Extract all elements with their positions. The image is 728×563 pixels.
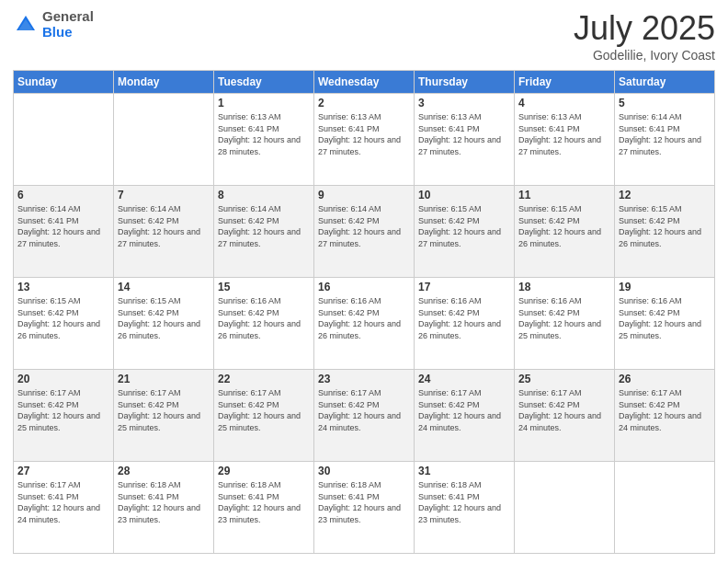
day-number: 31 [418,465,510,477]
day-number: 24 [418,373,510,385]
calendar-header-monday: Monday [114,71,214,94]
day-number: 26 [619,373,711,385]
calendar-cell: 4Sunrise: 6:13 AM Sunset: 6:41 PM Daylig… [515,94,615,186]
calendar-cell: 19Sunrise: 6:16 AM Sunset: 6:42 PM Dayli… [615,278,715,370]
calendar-cell: 23Sunrise: 6:17 AM Sunset: 6:42 PM Dayli… [314,370,415,462]
calendar-cell: 6Sunrise: 6:14 AM Sunset: 6:41 PM Daylig… [14,186,114,278]
calendar-cell: 28Sunrise: 6:18 AM Sunset: 6:41 PM Dayli… [114,462,214,554]
calendar-cell: 1Sunrise: 6:13 AM Sunset: 6:41 PM Daylig… [214,94,314,186]
calendar-cell: 25Sunrise: 6:17 AM Sunset: 6:42 PM Dayli… [515,370,615,462]
calendar-cell: 10Sunrise: 6:15 AM Sunset: 6:42 PM Dayli… [415,186,515,278]
day-number: 10 [418,189,510,201]
day-number: 11 [518,189,610,201]
calendar-cell: 24Sunrise: 6:17 AM Sunset: 6:42 PM Dayli… [415,370,515,462]
day-info: Sunrise: 6:16 AM Sunset: 6:42 PM Dayligh… [619,295,711,341]
calendar-cell: 5Sunrise: 6:14 AM Sunset: 6:41 PM Daylig… [615,94,715,186]
day-number: 20 [17,373,109,385]
day-info: Sunrise: 6:14 AM Sunset: 6:41 PM Dayligh… [17,203,109,249]
calendar-cell [615,462,715,554]
day-number: 2 [318,97,410,109]
header: General Blue July 2025 Godelilie, Ivory … [13,9,715,63]
calendar-cell: 11Sunrise: 6:15 AM Sunset: 6:42 PM Dayli… [515,186,615,278]
day-info: Sunrise: 6:15 AM Sunset: 6:42 PM Dayligh… [118,295,210,341]
day-info: Sunrise: 6:13 AM Sunset: 6:41 PM Dayligh… [418,111,510,157]
day-number: 6 [17,189,109,201]
calendar-cell: 7Sunrise: 6:14 AM Sunset: 6:42 PM Daylig… [114,186,214,278]
calendar-header-saturday: Saturday [615,71,715,94]
day-number: 18 [518,281,610,293]
calendar-cell: 30Sunrise: 6:18 AM Sunset: 6:41 PM Dayli… [314,462,415,554]
day-info: Sunrise: 6:16 AM Sunset: 6:42 PM Dayligh… [318,295,410,341]
title-area: July 2025 Godelilie, Ivory Coast [574,9,715,63]
day-number: 27 [17,465,109,477]
day-number: 15 [218,281,310,293]
day-info: Sunrise: 6:13 AM Sunset: 6:41 PM Dayligh… [318,111,410,157]
calendar-header-sunday: Sunday [14,71,114,94]
calendar-cell: 27Sunrise: 6:17 AM Sunset: 6:41 PM Dayli… [14,462,114,554]
calendar-cell: 26Sunrise: 6:17 AM Sunset: 6:42 PM Dayli… [615,370,715,462]
calendar-cell: 9Sunrise: 6:14 AM Sunset: 6:42 PM Daylig… [314,186,415,278]
day-info: Sunrise: 6:18 AM Sunset: 6:41 PM Dayligh… [318,479,410,525]
day-info: Sunrise: 6:16 AM Sunset: 6:42 PM Dayligh… [418,295,510,341]
day-info: Sunrise: 6:18 AM Sunset: 6:41 PM Dayligh… [218,479,310,525]
day-number: 21 [118,373,210,385]
calendar-week-1: 1Sunrise: 6:13 AM Sunset: 6:41 PM Daylig… [14,94,715,186]
calendar-cell: 2Sunrise: 6:13 AM Sunset: 6:41 PM Daylig… [314,94,415,186]
calendar-header-tuesday: Tuesday [214,71,314,94]
day-number: 23 [318,373,410,385]
calendar-cell: 13Sunrise: 6:15 AM Sunset: 6:42 PM Dayli… [14,278,114,370]
day-info: Sunrise: 6:14 AM Sunset: 6:42 PM Dayligh… [118,203,210,249]
day-number: 19 [619,281,711,293]
day-info: Sunrise: 6:17 AM Sunset: 6:42 PM Dayligh… [17,387,109,433]
calendar-week-2: 6Sunrise: 6:14 AM Sunset: 6:41 PM Daylig… [14,186,715,278]
calendar-cell: 3Sunrise: 6:13 AM Sunset: 6:41 PM Daylig… [415,94,515,186]
day-info: Sunrise: 6:15 AM Sunset: 6:42 PM Dayligh… [619,203,711,249]
calendar-cell: 22Sunrise: 6:17 AM Sunset: 6:42 PM Dayli… [214,370,314,462]
day-number: 28 [118,465,210,477]
day-info: Sunrise: 6:18 AM Sunset: 6:41 PM Dayligh… [418,479,510,525]
calendar-cell: 8Sunrise: 6:14 AM Sunset: 6:42 PM Daylig… [214,186,314,278]
logo-icon [13,12,39,38]
calendar-cell: 29Sunrise: 6:18 AM Sunset: 6:41 PM Dayli… [214,462,314,554]
day-number: 9 [318,189,410,201]
calendar-cell: 16Sunrise: 6:16 AM Sunset: 6:42 PM Dayli… [314,278,415,370]
day-number: 3 [418,97,510,109]
day-info: Sunrise: 6:15 AM Sunset: 6:42 PM Dayligh… [418,203,510,249]
day-number: 7 [118,189,210,201]
day-number: 13 [17,281,109,293]
day-info: Sunrise: 6:16 AM Sunset: 6:42 PM Dayligh… [218,295,310,341]
logo: General Blue [13,9,94,40]
calendar-cell: 18Sunrise: 6:16 AM Sunset: 6:42 PM Dayli… [515,278,615,370]
calendar-week-5: 27Sunrise: 6:17 AM Sunset: 6:41 PM Dayli… [14,462,715,554]
day-info: Sunrise: 6:17 AM Sunset: 6:42 PM Dayligh… [318,387,410,433]
day-number: 30 [318,465,410,477]
day-info: Sunrise: 6:15 AM Sunset: 6:42 PM Dayligh… [518,203,610,249]
calendar-header-friday: Friday [515,71,615,94]
calendar-cell: 31Sunrise: 6:18 AM Sunset: 6:41 PM Dayli… [415,462,515,554]
day-info: Sunrise: 6:17 AM Sunset: 6:42 PM Dayligh… [418,387,510,433]
day-info: Sunrise: 6:18 AM Sunset: 6:41 PM Dayligh… [118,479,210,525]
logo-text: General Blue [42,9,94,40]
logo-general: General [42,9,94,25]
day-number: 12 [619,189,711,201]
day-info: Sunrise: 6:14 AM Sunset: 6:42 PM Dayligh… [218,203,310,249]
day-number: 5 [619,97,711,109]
month-title: July 2025 [574,9,715,48]
day-info: Sunrise: 6:14 AM Sunset: 6:41 PM Dayligh… [619,111,711,157]
day-info: Sunrise: 6:15 AM Sunset: 6:42 PM Dayligh… [17,295,109,341]
logo-blue: Blue [42,25,94,40]
calendar-cell: 21Sunrise: 6:17 AM Sunset: 6:42 PM Dayli… [114,370,214,462]
day-number: 22 [218,373,310,385]
page: General Blue July 2025 Godelilie, Ivory … [0,0,728,563]
calendar-cell: 12Sunrise: 6:15 AM Sunset: 6:42 PM Dayli… [615,186,715,278]
calendar-header-row: SundayMondayTuesdayWednesdayThursdayFrid… [14,71,715,94]
calendar-cell: 17Sunrise: 6:16 AM Sunset: 6:42 PM Dayli… [415,278,515,370]
day-info: Sunrise: 6:14 AM Sunset: 6:42 PM Dayligh… [318,203,410,249]
day-number: 29 [218,465,310,477]
calendar-cell [14,94,114,186]
day-number: 25 [518,373,610,385]
calendar-cell [515,462,615,554]
calendar-cell: 20Sunrise: 6:17 AM Sunset: 6:42 PM Dayli… [14,370,114,462]
day-number: 1 [218,97,310,109]
calendar-header-wednesday: Wednesday [314,71,415,94]
